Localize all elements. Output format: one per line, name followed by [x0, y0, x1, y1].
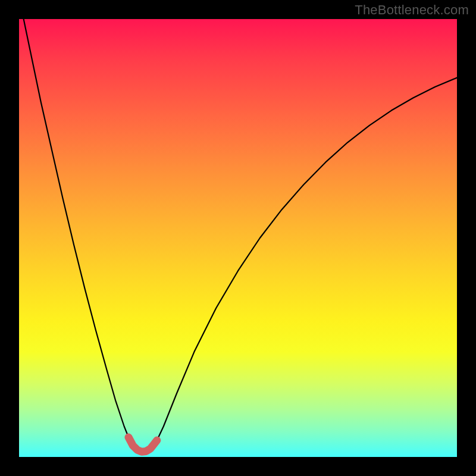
chart-container: TheBottleneck.com	[0, 0, 476, 476]
plot-area	[19, 19, 457, 457]
watermark-text: TheBottleneck.com	[355, 2, 469, 18]
bottleneck-curve	[19, 19, 457, 457]
